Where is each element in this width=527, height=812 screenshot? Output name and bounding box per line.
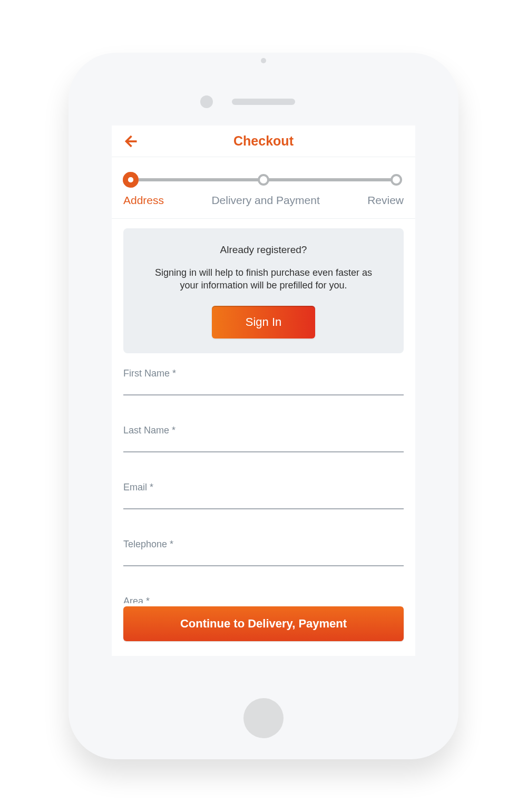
stepper-track (131, 173, 396, 187)
back-button[interactable] (121, 132, 139, 150)
field-telephone: Telephone * (123, 539, 404, 566)
phone-speaker-slot (232, 99, 295, 105)
telephone-label: Telephone * (123, 539, 404, 550)
email-input[interactable] (123, 494, 404, 509)
signin-card: Already registered? Signing in will help… (123, 228, 404, 353)
field-email: Email * (123, 482, 404, 509)
bottom-action-bar: Continue to Delivery, Payment (123, 603, 404, 641)
last-name-input[interactable] (123, 437, 404, 452)
signin-body-text: Signing in will help to finish purchase … (144, 266, 383, 292)
page-title: Checkout (233, 133, 294, 149)
address-form: First Name * Last Name * Email * Telepho… (123, 368, 404, 607)
stepper-node-address[interactable] (123, 172, 139, 188)
first-name-input[interactable] (123, 380, 404, 395)
phone-frame: Checkout Address Delivery and Payment Re… (69, 53, 458, 759)
checkout-stepper: Address Delivery and Payment Review (112, 157, 415, 219)
phone-mic-dot (261, 58, 266, 63)
email-label: Email * (123, 482, 404, 493)
content-area: Already registered? Signing in will help… (112, 219, 415, 607)
stepper-labels: Address Delivery and Payment Review (123, 194, 404, 207)
stepper-label-review: Review (367, 194, 404, 207)
stepper-node-review[interactable] (391, 174, 402, 186)
signin-button[interactable]: Sign In (212, 306, 316, 339)
app-header: Checkout (112, 125, 415, 157)
field-last-name: Last Name * (123, 425, 404, 452)
last-name-label: Last Name * (123, 425, 404, 436)
phone-top-bar (69, 78, 458, 125)
first-name-label: First Name * (123, 368, 404, 379)
app-screen: Checkout Address Delivery and Payment Re… (112, 125, 415, 656)
stepper-label-delivery-payment: Delivery and Payment (211, 194, 319, 207)
signin-heading: Already registered? (144, 244, 383, 256)
phone-home-button[interactable] (243, 698, 284, 738)
field-first-name: First Name * (123, 368, 404, 395)
continue-button-label: Continue to Delivery, Payment (180, 617, 347, 630)
arrow-left-icon (122, 133, 138, 149)
continue-button[interactable]: Continue to Delivery, Payment (123, 606, 404, 641)
stepper-node-delivery-payment[interactable] (258, 174, 269, 186)
stepper-label-address: Address (123, 194, 164, 207)
signin-button-label: Sign In (246, 315, 282, 328)
phone-camera-dot (200, 95, 213, 108)
telephone-input[interactable] (123, 551, 404, 566)
